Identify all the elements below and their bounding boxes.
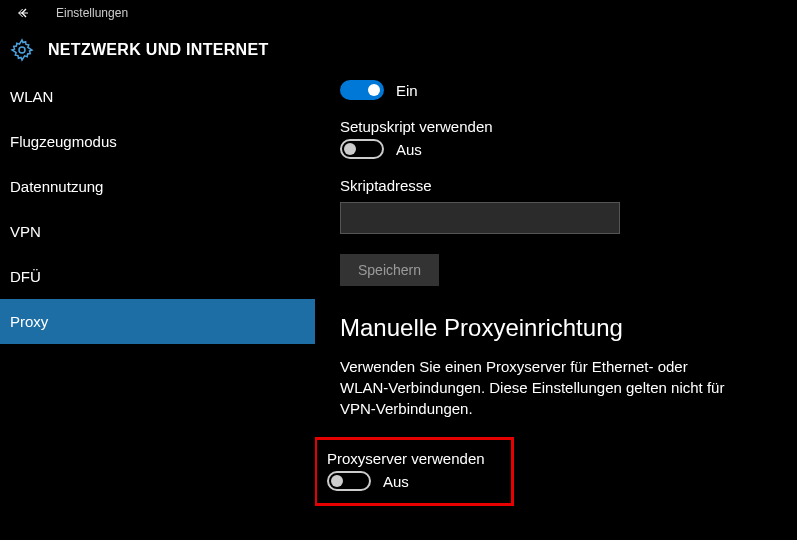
sidebar-item-dfu[interactable]: DFÜ <box>0 254 315 299</box>
sidebar-item-label: Datennutzung <box>10 178 103 195</box>
manual-proxy-description: Verwenden Sie einen Proxyserver für Ethe… <box>340 356 740 419</box>
setup-script-label: Setupskript verwenden <box>340 118 797 135</box>
highlight-annotation: Proxyserver verwenden Aus <box>315 437 514 506</box>
script-address-input[interactable] <box>340 202 620 234</box>
sidebar-item-label: WLAN <box>10 88 53 105</box>
toggle-knob <box>344 143 356 155</box>
toggle-state-label: Aus <box>396 141 422 158</box>
sidebar-item-flugzeugmodus[interactable]: Flugzeugmodus <box>0 119 315 164</box>
sidebar-item-label: VPN <box>10 223 41 240</box>
sidebar-item-label: Proxy <box>10 313 48 330</box>
sidebar-item-vpn[interactable]: VPN <box>0 209 315 254</box>
arrow-left-icon <box>16 5 32 21</box>
toggle-state-label: Aus <box>383 473 409 490</box>
gear-icon <box>10 38 34 62</box>
back-button[interactable] <box>10 0 38 26</box>
content-pane: Ein Setupskript verwenden Aus Skriptadre… <box>315 74 797 538</box>
sidebar-item-label: Flugzeugmodus <box>10 133 117 150</box>
use-proxy-label: Proxyserver verwenden <box>327 450 501 467</box>
sidebar-item-wlan[interactable]: WLAN <box>0 74 315 119</box>
setup-script-toggle[interactable] <box>340 139 384 159</box>
setup-script-toggle-row: Aus <box>340 139 797 159</box>
auto-detect-toggle[interactable] <box>340 80 384 100</box>
toggle-knob <box>331 475 343 487</box>
manual-proxy-heading: Manuelle Proxyeinrichtung <box>340 314 797 342</box>
svg-point-0 <box>19 47 25 53</box>
window-title: Einstellungen <box>56 6 128 20</box>
main-layout: WLAN Flugzeugmodus Datennutzung VPN DFÜ … <box>0 74 797 538</box>
use-proxy-toggle[interactable] <box>327 471 371 491</box>
titlebar: Einstellungen <box>0 0 797 26</box>
sidebar-item-label: DFÜ <box>10 268 41 285</box>
sidebar-item-datennutzung[interactable]: Datennutzung <box>0 164 315 209</box>
toggle-knob <box>368 84 380 96</box>
script-address-label: Skriptadresse <box>340 177 797 194</box>
page-header: NETZWERK UND INTERNET <box>0 26 797 74</box>
auto-detect-toggle-row: Ein <box>340 80 797 100</box>
sidebar-item-proxy[interactable]: Proxy <box>0 299 315 344</box>
save-button[interactable]: Speichern <box>340 254 439 286</box>
page-title: NETZWERK UND INTERNET <box>48 41 269 59</box>
sidebar: WLAN Flugzeugmodus Datennutzung VPN DFÜ … <box>0 74 315 538</box>
use-proxy-toggle-row: Aus <box>327 471 501 491</box>
toggle-state-label: Ein <box>396 82 418 99</box>
